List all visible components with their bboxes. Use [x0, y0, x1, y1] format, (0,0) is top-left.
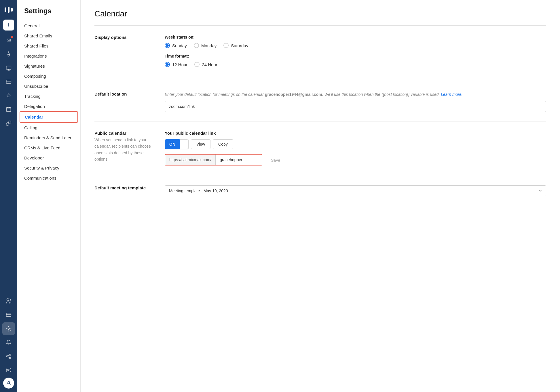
- nav-item-tracking[interactable]: Tracking: [17, 91, 80, 101]
- app-logo[interactable]: [2, 3, 15, 16]
- public-calendar-section: Public calendar When you send a link to …: [94, 121, 546, 176]
- saturday-label: Saturday: [231, 43, 248, 48]
- learn-more-link[interactable]: Learn more.: [441, 92, 462, 97]
- public-calendar-label: Public calendar: [94, 131, 158, 136]
- monday-radio[interactable]: [194, 43, 199, 48]
- svg-point-23: [8, 381, 10, 383]
- location-desc-2: . We'll use this location when the {{hos…: [322, 92, 441, 97]
- user-avatar[interactable]: [3, 378, 14, 389]
- settings-title: Settings: [17, 7, 80, 21]
- monday-label: Monday: [201, 43, 217, 48]
- display-options-section: Display options Week starts on: Sunday M…: [94, 25, 546, 82]
- page-title: Calendar: [94, 9, 546, 18]
- meeting-template-content: Meeting template - May 19, 2020 Default …: [165, 185, 546, 196]
- nav-item-shared-files[interactable]: Shared Files: [17, 41, 80, 51]
- display-options-content: Week starts on: Sunday Monday Saturday T…: [165, 35, 546, 73]
- nav-item-delegation[interactable]: Delegation: [17, 101, 80, 111]
- nav-item-shared-emails[interactable]: Shared Emails: [17, 31, 80, 41]
- public-cal-right: Your public calendar link ON View Copy h…: [165, 131, 546, 167]
- default-location-label: Default location: [94, 92, 158, 112]
- nav-item-general[interactable]: General: [17, 21, 80, 31]
- nav-item-composing[interactable]: Composing: [17, 71, 80, 81]
- 12hour-option[interactable]: 12 Hour: [165, 62, 187, 67]
- svg-rect-14: [6, 313, 11, 317]
- link-controls: ON View Copy: [165, 139, 546, 149]
- username-input[interactable]: [216, 155, 262, 165]
- monitor-icon[interactable]: [2, 62, 15, 74]
- svg-rect-2: [11, 8, 13, 12]
- svg-rect-7: [6, 80, 11, 83]
- meeting-template-section: Default meeting template Meeting templat…: [94, 176, 546, 205]
- compose-button[interactable]: +: [3, 20, 14, 31]
- calendar-small-icon[interactable]: [2, 103, 15, 116]
- copyright-icon[interactable]: ©: [2, 89, 15, 102]
- svg-point-16: [8, 328, 10, 330]
- nav-item-communications[interactable]: Communications: [17, 173, 80, 183]
- public-cal-link-title: Your public calendar link: [165, 131, 546, 136]
- svg-point-19: [10, 357, 11, 359]
- bell-icon[interactable]: [2, 336, 15, 349]
- left-nav: Settings General Shared Emails Shared Fi…: [17, 0, 81, 392]
- location-email: gracehopper1944@gmail.com: [265, 92, 322, 97]
- url-prefix: https://cal.mixmax.com/: [165, 155, 216, 165]
- credit-card-icon[interactable]: [2, 309, 15, 321]
- saturday-option[interactable]: Saturday: [223, 43, 248, 48]
- url-input-group: https://cal.mixmax.com/: [165, 154, 262, 165]
- time-format-group: 12 Hour 24 Hour: [165, 62, 546, 67]
- main-content: Calendar Display options Week starts on:…: [81, 0, 560, 392]
- template-select[interactable]: Meeting template - May 19, 2020 Default …: [165, 185, 546, 196]
- week-starts-group: Sunday Monday Saturday: [165, 43, 546, 48]
- mail-icon[interactable]: ✉: [2, 34, 15, 47]
- svg-point-17: [10, 354, 11, 355]
- share-icon[interactable]: [2, 350, 15, 363]
- card-icon[interactable]: [2, 75, 15, 88]
- nav-item-integrations[interactable]: Integrations: [17, 51, 80, 61]
- nav-item-signatures[interactable]: Signatures: [17, 61, 80, 71]
- nav-item-reminders[interactable]: Reminders & Send Later: [17, 133, 80, 143]
- svg-point-13: [7, 299, 9, 301]
- default-location-section: Default location Enter your default loca…: [94, 82, 546, 121]
- save-url-button[interactable]: Save: [266, 155, 285, 165]
- icon-bar: + ✉ ©: [0, 0, 17, 392]
- sunday-label: Sunday: [172, 43, 187, 48]
- 24hour-option[interactable]: 24 Hour: [194, 62, 217, 67]
- copy-button[interactable]: Copy: [213, 139, 233, 149]
- 24hour-radio[interactable]: [194, 62, 200, 67]
- svg-point-3: [8, 55, 10, 56]
- svg-rect-1: [8, 7, 10, 13]
- podcast-icon[interactable]: [2, 364, 15, 376]
- svg-point-22: [8, 370, 9, 370]
- public-cal-description: When you send a link to your calendar, r…: [94, 137, 158, 163]
- nav-item-crms[interactable]: CRMs & Live Feed: [17, 143, 80, 153]
- location-description: Enter your default location for meetings…: [165, 92, 546, 98]
- nav-item-developer[interactable]: Developer: [17, 153, 80, 163]
- saturday-radio[interactable]: [223, 43, 229, 48]
- sunday-option[interactable]: Sunday: [165, 43, 187, 48]
- location-desc-1: Enter your default location for meetings…: [165, 92, 265, 97]
- public-cal-left: Public calendar When you send a link to …: [94, 131, 158, 167]
- view-button[interactable]: View: [191, 139, 210, 149]
- sunday-radio[interactable]: [165, 43, 170, 48]
- nav-item-calendar[interactable]: Calendar: [20, 111, 78, 123]
- rocket-icon[interactable]: [2, 48, 15, 60]
- 12hour-radio[interactable]: [165, 62, 170, 67]
- svg-line-21: [8, 355, 10, 356]
- monday-option[interactable]: Monday: [194, 43, 217, 48]
- 12hour-label: 12 Hour: [172, 62, 187, 67]
- icon-bar-bottom: [2, 295, 15, 389]
- toggle-on-button[interactable]: ON: [165, 139, 180, 149]
- toggle-off-button[interactable]: [180, 139, 188, 149]
- team-icon[interactable]: [2, 295, 15, 307]
- nav-item-calling[interactable]: Calling: [17, 123, 80, 133]
- nav-item-unsubscribe[interactable]: Unsubscribe: [17, 81, 80, 91]
- week-starts-title: Week starts on:: [165, 35, 546, 39]
- nav-item-security[interactable]: Security & Privacy: [17, 163, 80, 173]
- link-icon[interactable]: [2, 117, 15, 130]
- svg-line-20: [8, 357, 10, 357]
- meeting-template-label: Default meeting template: [94, 185, 158, 196]
- settings-icon[interactable]: [2, 322, 15, 335]
- default-location-content: Enter your default location for meetings…: [165, 92, 546, 112]
- svg-point-18: [7, 356, 8, 357]
- location-input[interactable]: [165, 101, 546, 112]
- 24hour-label: 24 Hour: [202, 62, 217, 67]
